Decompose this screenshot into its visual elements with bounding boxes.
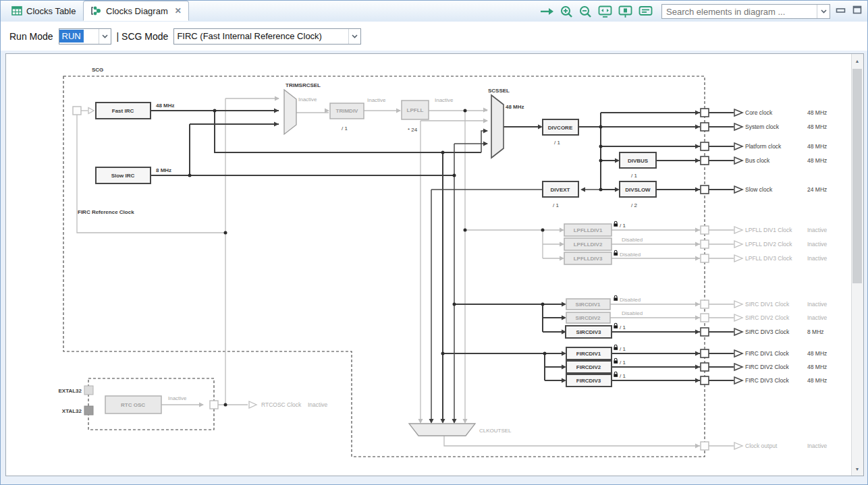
lpflldiv3-block[interactable]: LPFLLDIV3 (564, 252, 612, 264)
vertical-scrollbar[interactable]: ▲ ▼ (851, 54, 863, 476)
sircdiv3-block[interactable]: SIRCDIV3 (566, 326, 612, 338)
fit-page-icon[interactable] (618, 5, 632, 18)
extal32-pin-label: EXTAL32 (58, 388, 82, 394)
svg-text:/ 2: / 2 (631, 202, 637, 208)
svg-text:48 MHz: 48 MHz (807, 123, 827, 130)
svg-text:Inactive: Inactive (298, 96, 317, 103)
trimdiv-block[interactable]: TRIMDIV / 1 (330, 103, 364, 132)
rtc-osc-status: Inactive (168, 395, 187, 401)
xtal32-pad[interactable] (84, 406, 93, 415)
svg-text:Core clock: Core clock (745, 109, 773, 116)
xtal32-pin-label: XTAL32 (62, 408, 82, 414)
show-labels-icon[interactable] (639, 5, 653, 18)
svg-text:* 24: * 24 (408, 127, 418, 133)
fircdiv3-block[interactable]: FIRCDIV3 (566, 374, 612, 387)
tab-clocks-table-label: Clocks Table (26, 6, 76, 16)
table-icon (11, 6, 22, 16)
search-input[interactable] (662, 7, 817, 17)
chevron-down-icon[interactable] (348, 29, 360, 44)
fircdiv2-block[interactable]: FIRCDIV2 (566, 361, 612, 373)
svg-text:48 MHz: 48 MHz (807, 109, 827, 116)
fircdiv1-block[interactable]: FIRCDIV1 (566, 347, 612, 360)
fast-irc-block[interactable]: Fast IRC (96, 103, 151, 119)
svg-text:FIRC DIV3 Clock: FIRC DIV3 Clock (745, 377, 789, 384)
divext-block[interactable]: DIVEXT / 1 (543, 181, 578, 208)
minimize-icon[interactable] (836, 5, 846, 14)
chevron-down-icon[interactable] (817, 5, 830, 18)
svg-text:FIRCDIV1: FIRCDIV1 (576, 351, 601, 357)
tab-close-icon[interactable]: ✕ (175, 6, 182, 16)
rtcosc-connector[interactable] (210, 401, 218, 409)
sircdiv1-value: Disabled (620, 297, 641, 303)
svg-text:/ 1: / 1 (554, 140, 560, 146)
sircdiv1-block[interactable]: SIRCDIV1 (566, 299, 610, 310)
svg-text:FIRC DIV2 Clock: FIRC DIV2 Clock (745, 364, 789, 370)
svg-text:/ 1: / 1 (553, 202, 559, 208)
rtcosc-arrow (249, 401, 256, 408)
svg-text:Inactive: Inactive (807, 227, 828, 233)
svg-text:Platform clock: Platform clock (745, 143, 782, 150)
zoom-out-icon[interactable] (579, 5, 592, 18)
svg-text:Inactive: Inactive (807, 443, 828, 449)
svg-text:SCSSEL: SCSSEL (488, 88, 510, 94)
run-mode-value: RUN (59, 30, 84, 42)
diagram-icon (90, 5, 102, 16)
lpflldiv2-value: Disabled (622, 237, 643, 243)
scrollbar-thumb[interactable] (852, 69, 862, 283)
go-to-element-icon[interactable] (539, 5, 554, 18)
rtc-osc-block[interactable]: RTC OSC (105, 396, 161, 413)
maximize-icon[interactable] (852, 5, 862, 14)
junction-dots (188, 109, 603, 407)
divbus-block[interactable]: DIVBUS / 1 (620, 152, 656, 179)
svg-text:LPFLLDIV3: LPFLLDIV3 (574, 256, 603, 262)
lpflldiv1-value: / 1 (620, 223, 626, 229)
scroll-down-button[interactable]: ▼ (852, 463, 863, 474)
svg-text:Inactive: Inactive (807, 255, 828, 262)
sircdiv2-block[interactable]: SIRCDIV2 (566, 312, 610, 323)
svg-text:Inactive: Inactive (807, 241, 828, 248)
scg-mode-label: | SCG Mode (117, 31, 169, 42)
lpfll-block[interactable]: LPFLL * 24 (402, 101, 429, 133)
extal32-pad[interactable] (84, 386, 93, 395)
svg-text:DIVCORE: DIVCORE (548, 125, 573, 131)
svg-text:FIRC DIV1 Clock: FIRC DIV1 Clock (745, 350, 789, 357)
diagram-toolbar (539, 3, 830, 20)
svg-text:System clock: System clock (745, 123, 780, 130)
tab-clocks-table[interactable]: Clocks Table (5, 1, 82, 21)
chevron-down-icon[interactable] (99, 29, 111, 44)
tab-clocks-diagram-label: Clocks Diagram (106, 6, 168, 16)
svg-text:48 MHz: 48 MHz (807, 157, 827, 164)
svg-text:RTC OSC: RTC OSC (121, 402, 145, 408)
lpfll-status: Inactive (435, 97, 454, 103)
lock-icon (614, 358, 618, 363)
fit-width-icon[interactable] (598, 5, 612, 18)
scg-label: SCG (92, 67, 103, 73)
divcore-block[interactable]: DIVCORE / 1 (543, 119, 578, 146)
svg-text:Fast IRC: Fast IRC (112, 108, 134, 114)
zoom-in-icon[interactable] (560, 5, 573, 18)
clock-diagram: SCG FIRC Reference Clock (6, 54, 852, 476)
divslow-block[interactable]: DIVSLOW / 2 (620, 181, 656, 208)
slow-irc-block[interactable]: Slow IRC (96, 167, 151, 183)
svg-text:LPFLL DIV2 Clock: LPFLL DIV2 Clock (745, 241, 792, 248)
run-mode-select[interactable]: RUN (59, 28, 111, 45)
scroll-up-button[interactable]: ▲ (852, 55, 863, 66)
diagram-search-combo[interactable] (661, 4, 830, 19)
svg-text:LPFLL DIV1 Clock: LPFLL DIV1 Clock (745, 227, 792, 233)
lpflldiv1-block[interactable]: LPFLLDIV1 (564, 224, 612, 236)
svg-text:Slow IRC: Slow IRC (111, 173, 135, 179)
fast-irc-input-connector[interactable] (73, 107, 81, 115)
scg-mode-select[interactable]: FIRC (Fast Internal Reference Clock) (173, 28, 361, 45)
diagram-canvas[interactable]: SCG FIRC Reference Clock (5, 53, 864, 476)
clock-output-rows: Core clock 48 MHz System clock 48 MHz Pl… (701, 109, 828, 450)
lpflldiv3-value: Disabled (620, 252, 641, 258)
scssel-mux[interactable]: SCSSEL 48 MHz (488, 88, 524, 158)
scg-mode-value: FIRC (Fast Internal Reference Clock) (174, 30, 325, 42)
tab-clocks-diagram[interactable]: Clocks Diagram ✕ (83, 1, 189, 21)
lpflldiv2-block[interactable]: LPFLLDIV2 (564, 238, 612, 250)
clkoutsel-mux[interactable]: CLKOUTSEL (409, 424, 512, 436)
trimsrcsel-mux[interactable]: TRIMSRCSEL Inactive (284, 82, 321, 134)
svg-text:Inactive: Inactive (807, 301, 828, 308)
lock-icon (614, 295, 618, 300)
sircdiv2-value: Disabled (622, 310, 643, 316)
